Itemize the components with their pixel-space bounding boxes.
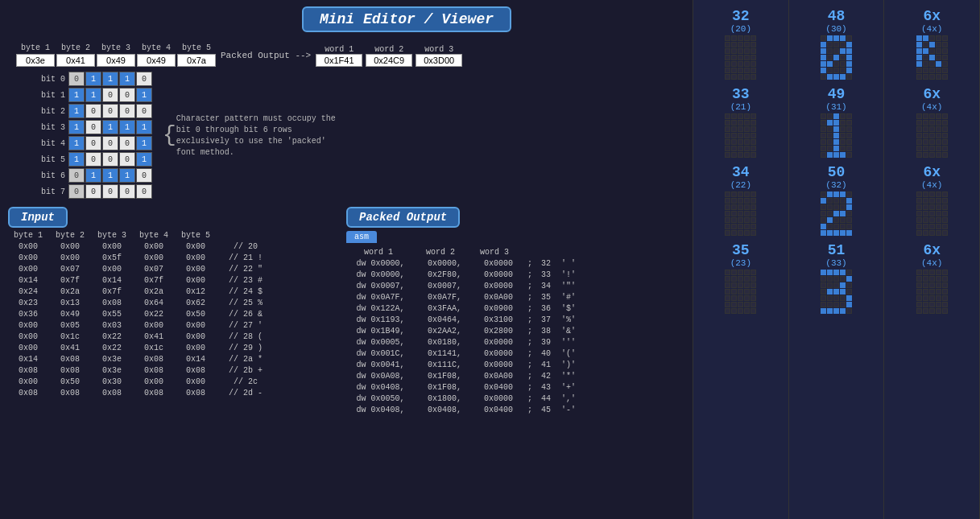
bit-cell-1-2[interactable]: 0 xyxy=(102,88,118,102)
output-cell-5-1: 0x0464, xyxy=(416,315,473,325)
bit-cell-3-4[interactable]: 1 xyxy=(136,120,152,134)
output-cell-3-1: 0x0A7F, xyxy=(416,292,473,303)
input-row-0: 0x000x000x000x000x00// 20 xyxy=(8,241,338,252)
bit-cell-5-2[interactable]: 0 xyxy=(102,152,118,167)
bit-cell-3-2[interactable]: 1 xyxy=(102,120,118,134)
asm-tab[interactable]: asm xyxy=(346,231,377,243)
glyph-px-2-2-5-0 xyxy=(916,224,922,229)
glyph-px-1-1-5-0 xyxy=(821,146,826,151)
output-cell-4-5: '$' xyxy=(556,303,581,314)
glyph-px-2-3-4-4 xyxy=(942,295,948,301)
input-cell-0-5: // 20 xyxy=(217,241,274,252)
bit-cell-6-4[interactable]: 0 xyxy=(136,168,152,183)
bit-cell-4-2[interactable]: 0 xyxy=(102,136,118,150)
byte-val-5[interactable] xyxy=(177,54,216,67)
bit-cell-1-1[interactable]: 1 xyxy=(85,88,101,102)
bit-cell-3-1[interactable]: 0 xyxy=(85,120,101,134)
bit-cell-2-1[interactable]: 0 xyxy=(85,104,101,118)
glyph-px-0-0-2-2 xyxy=(738,48,743,54)
glyph-px-1-3-3-0 xyxy=(821,289,826,295)
glyph-px-1-2-1-4 xyxy=(846,198,852,204)
glyph-px-0-3-2-3 xyxy=(744,282,750,288)
glyph-px-1-3-6-1 xyxy=(827,308,833,314)
output-cell-2-0: dw 0x0007, xyxy=(346,281,415,291)
glyph-px-2-1-6-2 xyxy=(929,152,935,158)
output-cell-4-0: dw 0x122A, xyxy=(346,303,415,314)
bit-cell-7-0[interactable]: 0 xyxy=(68,184,85,199)
bit-cell-0-1[interactable]: 1 xyxy=(85,72,101,86)
output-cell-6-3: ; xyxy=(524,326,535,336)
bit-cell-5-3[interactable]: 0 xyxy=(119,152,135,167)
byte-val-1[interactable] xyxy=(16,54,55,67)
byte-val-2[interactable] xyxy=(56,54,95,67)
word-val-3[interactable] xyxy=(416,54,462,67)
glyph-px-2-3-5-4 xyxy=(942,302,948,307)
glyph-px-0-2-1-0 xyxy=(725,198,730,204)
glyph-px-1-1-1-4 xyxy=(846,120,852,126)
word-val-1[interactable] xyxy=(316,54,362,67)
bit-cell-4-4[interactable]: 1 xyxy=(136,136,152,150)
output-label-box: Packed Output xyxy=(346,207,460,228)
bit-cell-6-0[interactable]: 0 xyxy=(68,168,85,183)
glyph-px-0-2-4-4 xyxy=(751,217,756,223)
bit-cell-7-3[interactable]: 0 xyxy=(119,184,135,199)
glyph-px-1-1-6-2 xyxy=(833,152,839,158)
bit-cell-0-0[interactable]: 0 xyxy=(68,72,85,86)
glyph-px-1-3-2-4 xyxy=(846,282,852,288)
bit-cell-6-3[interactable]: 1 xyxy=(119,168,135,183)
input-cell-13-1: 0x08 xyxy=(50,388,90,398)
bit-cell-1-0[interactable]: 1 xyxy=(68,88,85,102)
output-cell-5-3: ; xyxy=(524,315,535,325)
bit-cell-3-3[interactable]: 1 xyxy=(119,120,135,134)
glyph-px-2-3-3-2 xyxy=(929,289,935,295)
bit-cell-6-1[interactable]: 1 xyxy=(85,168,101,183)
glyph-px-1-0-2-4 xyxy=(846,48,852,54)
glyph-px-1-2-4-1 xyxy=(827,217,833,223)
bit-cell-2-2[interactable]: 0 xyxy=(102,104,118,118)
word-header-2: word 2 xyxy=(366,45,412,54)
glyph-px-2-0-6-4 xyxy=(942,74,948,80)
bit-cell-2-3[interactable]: 0 xyxy=(119,104,135,118)
bit-cell-2-0[interactable]: 1 xyxy=(68,104,85,118)
output-cell-11-0: dw 0x0408, xyxy=(346,382,415,393)
glyph-px-1-0-1-0 xyxy=(821,42,826,47)
bit-cell-1-4[interactable]: 1 xyxy=(136,88,152,102)
bit-cell-5-1[interactable]: 0 xyxy=(85,152,101,167)
glyph-px-1-2-2-3 xyxy=(840,204,846,210)
bit-cell-4-3[interactable]: 0 xyxy=(119,136,135,150)
bit-cell-7-2[interactable]: 0 xyxy=(102,184,118,199)
glyph-px-2-1-6-3 xyxy=(936,152,941,158)
bit-cell-3-0[interactable]: 1 xyxy=(68,120,85,134)
glyph-px-0-3-3-3 xyxy=(744,289,750,295)
glyph-px-1-1-3-4 xyxy=(846,133,852,138)
glyph-px-1-1-5-2 xyxy=(833,146,839,151)
bit-cell-7-1[interactable]: 0 xyxy=(85,184,101,199)
glyph-px-1-3-6-2 xyxy=(833,308,839,314)
bit-cell-5-4[interactable]: 1 xyxy=(136,152,152,167)
glyph-sub-1-3: (33) xyxy=(825,258,846,268)
glyph-px-2-1-0-4 xyxy=(942,113,948,119)
byte-val-3[interactable] xyxy=(97,54,135,67)
input-row-8: 0x000x1c0x220x410x00// 28 ( xyxy=(8,332,338,342)
output-cell-2-3: ; xyxy=(524,281,535,291)
bit-cell-0-4[interactable]: 0 xyxy=(136,72,152,86)
bit-cell-4-1[interactable]: 0 xyxy=(85,136,101,150)
out-col-header-1: word 1 xyxy=(346,248,411,257)
glyph-px-2-0-3-0 xyxy=(916,55,922,60)
glyph-px-2-2-5-1 xyxy=(923,224,928,229)
bit-cell-0-2[interactable]: 1 xyxy=(102,72,118,86)
glyph-px-2-1-5-3 xyxy=(936,146,941,151)
bit-cell-0-3[interactable]: 1 xyxy=(119,72,135,86)
glyph-px-2-2-2-0 xyxy=(916,204,922,210)
bit-cell-4-0[interactable]: 1 xyxy=(68,136,85,150)
bit-cell-1-3[interactable]: 0 xyxy=(119,88,135,102)
byte-val-4[interactable] xyxy=(137,54,176,67)
glyph-item-2-0: 6x(4x) xyxy=(887,8,976,80)
bit-cell-7-4[interactable]: 0 xyxy=(136,184,152,199)
output-cell-6-4: 38 xyxy=(537,326,555,336)
word-val-2[interactable] xyxy=(366,54,412,67)
bit-cell-6-2[interactable]: 1 xyxy=(102,168,118,183)
bit-cell-2-4[interactable]: 0 xyxy=(136,104,152,118)
glyph-px-1-3-2-2 xyxy=(833,282,839,288)
bit-cell-5-0[interactable]: 1 xyxy=(68,152,85,167)
